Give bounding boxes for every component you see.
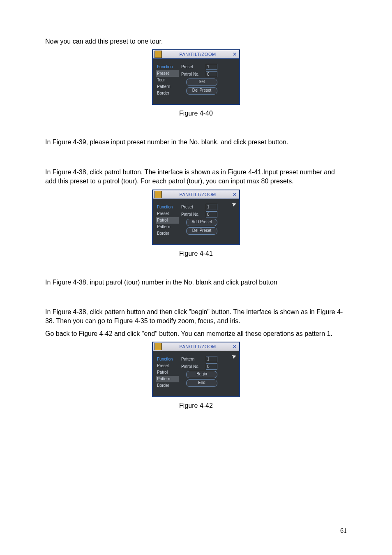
menu-item-pattern[interactable]: Pattern	[156, 224, 179, 230]
figure-caption: Figure 4-42	[45, 402, 347, 409]
dialog-title: PAN/TILT/ZOOM	[164, 52, 232, 57]
app-logo-icon	[154, 343, 162, 350]
menu-item-patrol[interactable]: Patrol	[156, 369, 179, 376]
paragraph: In Figure 4-38, click patrol button. The…	[45, 168, 347, 186]
set-button[interactable]: Set	[186, 79, 217, 86]
paragraph: Now you can add this preset to one tour.	[45, 37, 347, 46]
begin-button[interactable]: Begin	[186, 371, 217, 378]
close-icon[interactable]: ✕	[232, 192, 238, 197]
del-preset-button[interactable]: Del Preset	[186, 227, 217, 235]
figure-4-42: PAN/TILT/ZOOM ✕ ➤ Function Preset Patrol…	[45, 342, 347, 409]
dialog-title: PAN/TILT/ZOOM	[164, 192, 232, 197]
del-preset-button[interactable]: Del Preset	[186, 87, 217, 95]
menu-item-border[interactable]: Border	[156, 230, 179, 237]
paragraph: In Figure 4-38, click pattern button and…	[45, 308, 347, 326]
preset-input[interactable]: 1	[206, 204, 217, 210]
label-preset: Preset	[181, 205, 204, 209]
label-patrol-no: Patrol No.	[181, 72, 204, 76]
preset-input[interactable]: 1	[206, 64, 217, 70]
menu-item-tour[interactable]: Tour	[156, 77, 179, 83]
menu-item-border[interactable]: Border	[156, 90, 179, 97]
figure-4-40: PAN/TILT/ZOOM ✕ Function Preset Tour Pat…	[45, 49, 347, 117]
menu-item-function[interactable]: Function	[156, 356, 179, 363]
label-preset: Preset	[181, 65, 204, 69]
paragraph: In Figure 4-38, input patrol (tour) numb…	[45, 278, 347, 287]
dialog-titlebar: PAN/TILT/ZOOM ✕	[153, 342, 239, 351]
menu-item-function[interactable]: Function	[156, 204, 179, 210]
app-logo-icon	[154, 51, 162, 58]
dialog-titlebar: PAN/TILT/ZOOM ✕	[153, 190, 239, 199]
paragraph: In Figure 4-39, please input preset numb…	[45, 138, 347, 147]
menu-item-border[interactable]: Border	[156, 382, 179, 389]
end-button[interactable]: End	[186, 379, 217, 387]
label-patrol-no: Patrol No.	[181, 212, 204, 217]
menu-item-preset[interactable]: Preset	[156, 210, 179, 217]
figure-caption: Figure 4-40	[45, 110, 347, 117]
menu-item-pattern[interactable]: Pattern	[156, 83, 179, 90]
menu-item-patrol[interactable]: Patrol	[156, 217, 179, 224]
pattern-input[interactable]: 1	[206, 356, 217, 362]
close-icon[interactable]: ✕	[232, 51, 238, 57]
app-logo-icon	[154, 191, 162, 198]
patrol-no-input[interactable]: 0	[206, 363, 217, 370]
dialog-titlebar: PAN/TILT/ZOOM ✕	[153, 50, 239, 59]
menu-item-preset[interactable]: Preset	[156, 70, 179, 77]
patrol-no-input[interactable]: 0	[206, 211, 217, 217]
ptz-dialog: PAN/TILT/ZOOM ✕ ➤ Function Preset Patrol…	[152, 342, 240, 397]
paragraph: Go back to Figure 4-42 and click "end" b…	[45, 329, 347, 338]
function-menu: Function Preset Tour Pattern Border	[156, 64, 179, 97]
dialog-title: PAN/TILT/ZOOM	[164, 344, 232, 349]
function-menu: Function Preset Patrol Pattern Border	[156, 204, 179, 237]
menu-item-pattern[interactable]: Pattern	[156, 376, 179, 382]
label-patrol-no: Patrol No.	[181, 364, 204, 369]
menu-item-preset[interactable]: Preset	[156, 363, 179, 369]
figure-4-41: PAN/TILT/ZOOM ✕ ➤ Function Preset Patrol…	[45, 190, 347, 257]
menu-item-function[interactable]: Function	[156, 64, 179, 70]
ptz-dialog: PAN/TILT/ZOOM ✕ Function Preset Tour Pat…	[152, 49, 240, 105]
page-number: 61	[340, 527, 347, 534]
patrol-no-input[interactable]: 0	[206, 71, 217, 77]
figure-caption: Figure 4-41	[45, 250, 347, 257]
ptz-dialog: PAN/TILT/ZOOM ✕ ➤ Function Preset Patrol…	[152, 190, 240, 245]
add-preset-button[interactable]: Add Preset	[186, 219, 217, 226]
close-icon[interactable]: ✕	[232, 344, 238, 349]
label-pattern: Pattern	[181, 357, 204, 361]
function-menu: Function Preset Patrol Pattern Border	[156, 356, 179, 389]
